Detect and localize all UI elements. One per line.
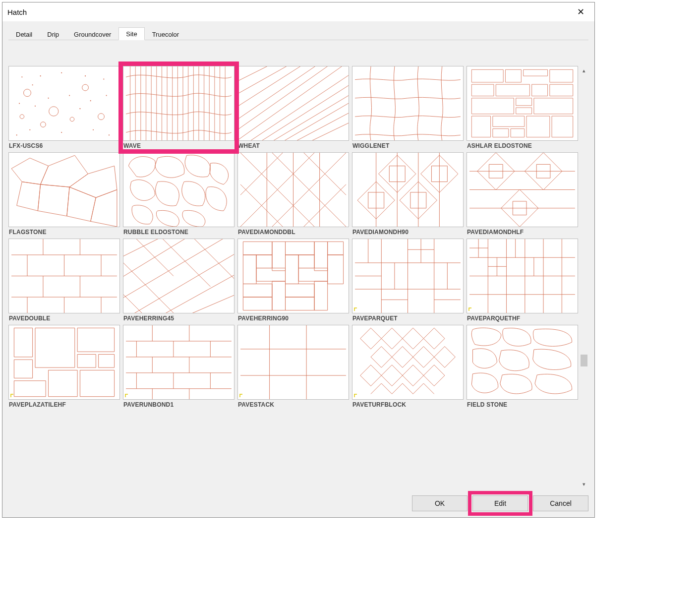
- edit-button[interactable]: Edit: [472, 495, 528, 511]
- pattern-label: PAVEPARQUETHF: [467, 313, 578, 322]
- pattern-flagstone[interactable]: FLAGSTONE: [8, 152, 120, 236]
- pattern-label: PAVEPARQUET: [352, 313, 464, 322]
- pattern-label: FIELD STONE: [467, 400, 578, 408]
- pattern-paveturfblock[interactable]: PAVETURFBLOCK: [352, 325, 464, 408]
- pattern-wigglenet[interactable]: WIGGLENET: [352, 66, 464, 149]
- pattern-ashlar-eldostone[interactable]: ASHLAR ELDOSTONE: [467, 66, 578, 149]
- tab-site[interactable]: Site: [118, 27, 144, 40]
- pattern-pavestack[interactable]: PAVESTACK: [237, 325, 349, 408]
- pattern-label: PAVEDIAMONDH90: [352, 227, 464, 236]
- tab-bar: Detail Drip Groundcover Site Truecolor: [8, 26, 588, 40]
- svg-line-44: [238, 66, 349, 140]
- svg-line-121: [123, 239, 232, 303]
- svg-rect-59: [550, 69, 573, 82]
- svg-rect-65: [516, 98, 532, 106]
- svg-point-3: [41, 122, 46, 127]
- svg-point-4: [70, 117, 74, 122]
- pattern-wheat[interactable]: WHEAT: [237, 66, 349, 149]
- pattern-wave[interactable]: WAVE: [118, 61, 239, 154]
- svg-point-18: [79, 108, 80, 109]
- pattern-label: LFX-USCS6: [8, 141, 120, 149]
- svg-rect-137: [256, 268, 286, 282]
- scroll-up-icon[interactable]: ▴: [580, 66, 588, 75]
- svg-rect-71: [511, 129, 525, 137]
- pattern-label: PAVEPLAZATILEHF: [8, 400, 120, 408]
- svg-line-45: [238, 66, 346, 135]
- pattern-grid: LFX-USCS6: [8, 66, 578, 488]
- svg-rect-135: [243, 255, 256, 284]
- pattern-pavediamondhlf[interactable]: PAVEDIAMONDHLF: [467, 152, 578, 236]
- pattern-paveherring90[interactable]: PAVEHERRING90: [237, 239, 349, 322]
- pattern-pavediamonddbl[interactable]: PAVEDIAMONDDBL: [237, 152, 349, 236]
- svg-line-124: [168, 292, 234, 313]
- svg-line-47: [238, 66, 349, 140]
- svg-line-122: [126, 249, 234, 313]
- tab-truecolor[interactable]: Truecolor: [145, 28, 186, 40]
- svg-point-12: [32, 84, 33, 85]
- pattern-label: PAVEDOUBLE: [8, 313, 120, 322]
- svg-rect-70: [493, 129, 509, 137]
- scroll-down-icon[interactable]: ▾: [580, 480, 588, 488]
- cancel-button[interactable]: Cancel: [533, 495, 588, 511]
- svg-point-10: [85, 75, 86, 76]
- tab-detail[interactable]: Detail: [8, 28, 40, 40]
- pattern-label: PAVERUNBOND1: [123, 400, 234, 408]
- close-icon[interactable]: ✕: [572, 4, 589, 19]
- svg-rect-136: [256, 255, 272, 268]
- svg-rect-68: [471, 116, 490, 137]
- svg-rect-66: [516, 108, 532, 114]
- pattern-paveparquet[interactable]: PAVEPARQUET: [352, 239, 464, 322]
- svg-line-128: [123, 255, 174, 313]
- svg-rect-176: [35, 328, 75, 367]
- scroll-thumb[interactable]: [581, 355, 587, 366]
- svg-rect-177: [77, 328, 115, 352]
- pattern-label: WHEAT: [237, 141, 349, 149]
- pattern-rubble-eldostone[interactable]: RUBBLE ELDOSTONE: [123, 152, 234, 236]
- pattern-label: FLAGSTONE: [8, 227, 120, 236]
- svg-rect-60: [471, 84, 494, 96]
- pattern-label: PAVETURFBLOCK: [352, 400, 464, 408]
- svg-line-123: [147, 271, 234, 313]
- scrollbar[interactable]: ▴ ▾: [580, 66, 588, 488]
- svg-point-14: [90, 100, 91, 101]
- svg-line-49: [256, 88, 349, 140]
- pattern-paveplazatilehf[interactable]: PAVEPLAZATILEHF: [8, 325, 120, 408]
- pattern-label: PAVEHERRING45: [123, 313, 234, 322]
- svg-line-55: [238, 66, 298, 85]
- pattern-paveherring45[interactable]: PAVEHERRING45: [123, 239, 234, 322]
- content: LFX-USCS6: [8, 66, 588, 488]
- svg-point-20: [61, 132, 62, 133]
- svg-point-0: [24, 89, 31, 97]
- svg-point-8: [40, 75, 41, 76]
- pattern-pavediamondh90[interactable]: PAVEDIAMONDH90: [352, 152, 464, 236]
- svg-rect-64: [471, 98, 514, 114]
- pattern-label: PAVEDIAMONDDBL: [237, 227, 349, 236]
- pattern-label: PAVEHERRING90: [237, 313, 349, 322]
- ok-button[interactable]: OK: [412, 495, 467, 511]
- pattern-field-stone[interactable]: FIELD STONE: [467, 325, 578, 408]
- svg-point-15: [106, 95, 107, 96]
- tab-groundcover[interactable]: Groundcover: [66, 28, 118, 40]
- pattern-lfx-uscs6[interactable]: LFX-USCS6: [8, 66, 120, 149]
- svg-rect-131: [272, 242, 286, 271]
- pattern-pavedouble[interactable]: PAVEDOUBLE: [8, 239, 120, 322]
- svg-point-24: [48, 98, 49, 99]
- svg-rect-132: [286, 242, 315, 255]
- svg-point-23: [16, 134, 17, 135]
- pattern-label: ASHLAR ELDOSTONE: [467, 141, 578, 149]
- svg-point-11: [103, 78, 104, 79]
- svg-rect-181: [14, 381, 46, 397]
- svg-rect-61: [496, 84, 529, 96]
- tab-drip[interactable]: Drip: [40, 28, 66, 40]
- svg-rect-146: [243, 297, 272, 310]
- pattern-paverunbond1[interactable]: PAVERUNBOND1: [123, 325, 234, 408]
- pattern-paveparquethf[interactable]: PAVEPARQUETHF: [467, 239, 578, 322]
- svg-line-129: [123, 287, 152, 313]
- pattern-label: RUBBLE ELDOSTONE: [123, 227, 234, 236]
- svg-point-6: [20, 115, 24, 119]
- svg-line-53: [238, 66, 325, 111]
- svg-point-13: [69, 95, 70, 96]
- pattern-label: PAVESTACK: [237, 400, 349, 408]
- svg-rect-145: [314, 281, 328, 310]
- svg-point-5: [98, 114, 105, 120]
